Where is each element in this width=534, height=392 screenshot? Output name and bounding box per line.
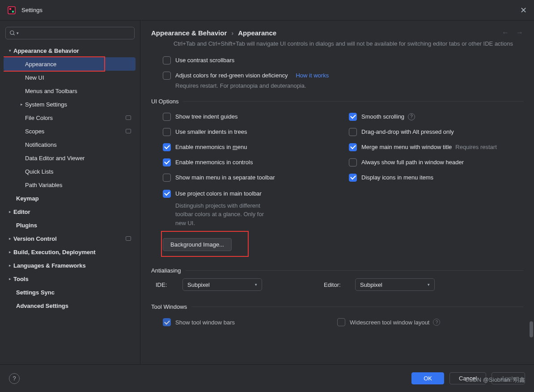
checkbox-show-tool-window-bars[interactable]: Show tool window bars	[151, 315, 337, 330]
app-icon	[7, 6, 16, 15]
section-tool-windows: Tool Windows	[151, 303, 523, 310]
breadcrumb-separator: ›	[231, 29, 233, 37]
search-icon	[9, 30, 16, 36]
checkbox-adjust-colors[interactable]: Adjust colors for red-green vision defic…	[151, 68, 523, 83]
search-input[interactable]: ▾	[5, 27, 135, 39]
cancel-button[interactable]: Cancel	[449, 372, 486, 384]
sidebar-item-new-ui[interactable]: New UI	[4, 71, 136, 84]
scope-badge-icon	[126, 129, 131, 133]
navigation-hint-text: Ctrl+Tab and Ctrl+Shift+Tab will navigat…	[151, 39, 523, 48]
svg-rect-1	[9, 8, 11, 10]
sidebar: ▾ ▾Appearance & Behavior Appearance New …	[0, 21, 140, 364]
sidebar-item-scopes[interactable]: Scopes	[4, 124, 136, 138]
help-icon[interactable]: ?	[408, 113, 415, 120]
sidebar-item-system-settings[interactable]: ▸System Settings	[4, 98, 136, 111]
how-it-works-link[interactable]: How it works	[296, 72, 329, 79]
adjust-colors-hint: Requires restart. For protanopia and deu…	[151, 82, 523, 89]
sidebar-item-version-control[interactable]: ▸Version Control	[4, 232, 136, 245]
project-colors-hint: Distinguish projects with different tool…	[151, 201, 267, 228]
ok-button[interactable]: OK	[411, 372, 444, 384]
checkbox-full-path-header[interactable]: Always show full path in window header	[337, 155, 523, 170]
sidebar-item-settings-sync[interactable]: Settings Sync	[4, 285, 136, 299]
help-icon[interactable]: ?	[433, 319, 440, 326]
svg-line-4	[13, 34, 15, 35]
help-button[interactable]: ?	[9, 373, 20, 384]
sidebar-item-appearance[interactable]: Appearance	[4, 57, 136, 71]
window-title: Settings	[21, 7, 42, 13]
svg-rect-2	[12, 11, 14, 13]
checkbox-smooth-scrolling[interactable]: Smooth scrolling?	[337, 109, 523, 124]
sidebar-item-path-variables[interactable]: Path Variables	[4, 178, 136, 192]
breadcrumb-child: Appearance	[238, 29, 276, 37]
sidebar-item-appearance-behavior[interactable]: ▾Appearance & Behavior	[4, 44, 136, 57]
background-image-button[interactable]: Background Image...	[163, 238, 232, 251]
section-antialiasing: Antialiasing	[151, 267, 523, 274]
checkbox-mnemonics-controls[interactable]: Enable mnemonics in controls	[151, 155, 337, 170]
nav-back-icon[interactable]: ←	[502, 29, 509, 37]
sidebar-item-file-colors[interactable]: File Colors	[4, 111, 136, 124]
sidebar-item-quick-lists[interactable]: Quick Lists	[4, 165, 136, 178]
breadcrumb-parent[interactable]: Appearance & Behavior	[151, 29, 227, 37]
scrollbar-thumb[interactable]	[530, 321, 533, 337]
checkbox-tree-indent-guides[interactable]: Show tree indent guides	[151, 109, 337, 124]
sidebar-item-build-exec-deploy[interactable]: ▸Build, Execution, Deployment	[4, 245, 136, 259]
checkbox-mnemonics-menu[interactable]: Enable mnemonics in menu	[151, 140, 337, 155]
footer: ? OK Cancel Apply	[0, 364, 534, 392]
sidebar-item-notifications[interactable]: Notifications	[4, 138, 136, 151]
checkbox-smaller-indents[interactable]: Use smaller indents in trees	[151, 124, 337, 140]
sidebar-item-data-editor-viewer[interactable]: Data Editor and Viewer	[4, 151, 136, 165]
chevron-down-icon: ▾	[255, 282, 257, 287]
settings-tree: ▾Appearance & Behavior Appearance New UI…	[4, 44, 136, 312]
close-icon[interactable]: ✕	[520, 5, 527, 15]
checkbox-merge-main-menu[interactable]: Merge main menu with window titleRequire…	[337, 140, 523, 155]
checkbox-contrast-scrollbars[interactable]: Use contrast scrollbars	[151, 53, 523, 68]
checkbox-widescreen-layout[interactable]: Widescreen tool window layout?	[337, 315, 523, 330]
sidebar-item-plugins[interactable]: Plugins	[4, 218, 136, 232]
sidebar-item-keymap[interactable]: Keymap	[4, 192, 136, 205]
svg-rect-0	[8, 7, 15, 14]
ide-aa-label: IDE:	[156, 281, 176, 288]
section-ui-options: UI Options	[151, 98, 523, 105]
scope-badge-icon	[126, 115, 131, 120]
sidebar-item-editor[interactable]: ▸Editor	[4, 205, 136, 218]
checkbox-display-icons-menu[interactable]: Display icons in menu items	[337, 170, 523, 185]
editor-aa-select[interactable]: Subpixel▾	[355, 278, 435, 291]
sidebar-item-menus-toolbars[interactable]: Menus and Toolbars	[4, 84, 136, 98]
chevron-down-icon: ▾	[428, 282, 430, 287]
content-panel: Appearance & Behavior › Appearance ← → C…	[140, 21, 534, 364]
checkbox-project-colors[interactable]: Use project colors in main toolbar	[151, 186, 337, 201]
ide-aa-select[interactable]: Subpixel▾	[182, 278, 262, 291]
checkbox-main-menu-separate[interactable]: Show main menu in a separate toolbar	[151, 170, 337, 185]
nav-forward-icon[interactable]: →	[516, 29, 523, 37]
svg-point-3	[10, 31, 14, 34]
editor-aa-label: Editor:	[324, 281, 349, 288]
apply-button[interactable]: Apply	[492, 372, 525, 384]
checkbox-drag-drop-alt[interactable]: Drag-and-drop with Alt pressed only	[337, 124, 523, 140]
sidebar-item-languages-frameworks[interactable]: ▸Languages & Frameworks	[4, 259, 136, 272]
titlebar: Settings ✕	[0, 0, 534, 21]
sidebar-item-advanced-settings[interactable]: Advanced Settings	[4, 299, 136, 312]
sidebar-item-tools[interactable]: ▸Tools	[4, 272, 136, 285]
scope-badge-icon	[126, 236, 131, 241]
